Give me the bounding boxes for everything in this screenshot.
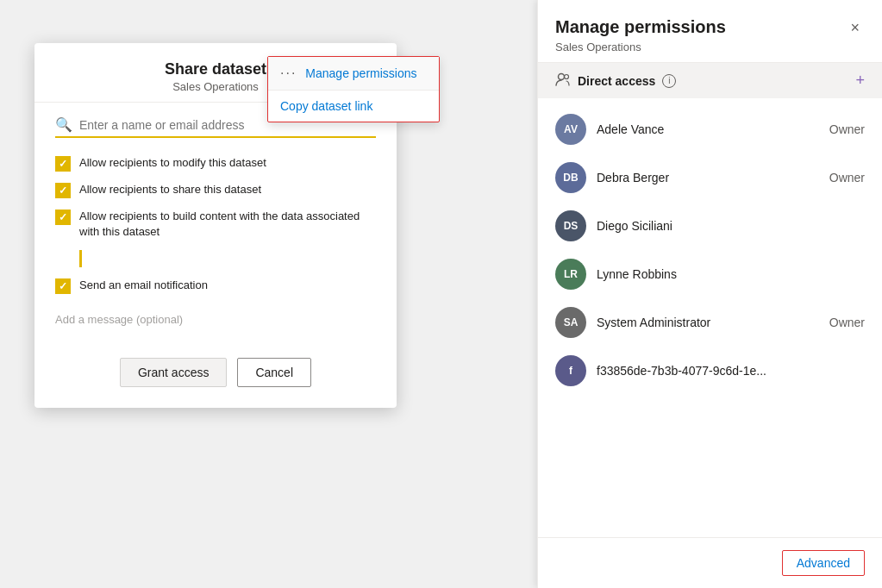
user-role: Owner — [829, 316, 865, 329]
user-role: Owner — [829, 171, 865, 185]
checkbox-row-2: Allow recipients to share this dataset — [55, 182, 376, 198]
table-row: DS Diego Siciliani — [538, 202, 882, 250]
grant-access-button[interactable]: Grant access — [120, 358, 227, 387]
checkbox-row-4: Send an email notification — [55, 278, 376, 294]
message-placeholder: Add a message (optional) — [55, 313, 183, 326]
message-area: Add a message (optional) — [55, 304, 376, 334]
info-icon[interactable]: i — [662, 74, 676, 88]
share-dialog-body: 🔍 Allow recipients to modify this datase… — [34, 103, 397, 408]
avatar: AV — [555, 114, 586, 145]
user-role: Owner — [829, 122, 865, 136]
avatar: LR — [555, 259, 586, 290]
context-menu: ··· Manage permissions Copy dataset link — [267, 56, 440, 122]
avatar: DS — [555, 210, 586, 241]
checkbox-1[interactable] — [55, 156, 71, 172]
add-user-icon[interactable]: + — [855, 72, 865, 90]
user-name: Adele Vance — [597, 122, 829, 136]
table-row: LR Lynne Robbins — [538, 250, 882, 298]
manage-permissions-label[interactable]: Manage permissions — [305, 66, 416, 80]
avatar: f — [555, 355, 586, 386]
advanced-button[interactable]: Advanced — [782, 550, 865, 576]
manage-panel-title: Manage permissions — [555, 17, 726, 37]
users-list: AV Adele Vance Owner DB Debra Berger Own… — [538, 98, 882, 537]
user-name: Diego Siciliani — [597, 219, 865, 233]
user-name: Debra Berger — [597, 171, 829, 185]
context-menu-trigger: ··· Manage permissions — [268, 57, 439, 91]
screen: Share dataset Sales Operations 🔍 Allow r… — [0, 0, 882, 588]
svg-point-0 — [559, 73, 565, 79]
checkbox-label-4: Send an email notification — [79, 278, 208, 293]
user-name: System Administrator — [597, 316, 829, 329]
avatar: SA — [555, 307, 586, 338]
direct-access-icon — [555, 72, 571, 90]
close-button[interactable]: × — [845, 17, 865, 39]
checkbox-2[interactable] — [55, 183, 71, 198]
copy-dataset-link-item[interactable]: Copy dataset link — [268, 91, 439, 122]
table-row: f f33856de-7b3b-4077-9c6d-1e... — [538, 347, 882, 395]
search-icon: 🔍 — [55, 116, 72, 133]
manage-panel-subtitle: Sales Operations — [555, 41, 726, 53]
user-name: f33856de-7b3b-4077-9c6d-1e... — [597, 364, 865, 378]
manage-panel-header: Manage permissions Sales Operations × — [538, 0, 882, 63]
vertical-bar — [79, 250, 82, 267]
table-row: AV Adele Vance Owner — [538, 105, 882, 153]
user-name: Lynne Robbins — [597, 267, 865, 281]
cancel-button[interactable]: Cancel — [237, 358, 311, 387]
dots-icon: ··· — [280, 66, 297, 81]
manage-panel: Manage permissions Sales Operations × Di… — [537, 0, 882, 588]
direct-access-label: Direct access — [578, 74, 655, 88]
checkbox-label-3: Allow recipients to build content with t… — [79, 209, 376, 240]
avatar: DB — [555, 162, 586, 193]
table-row: SA System Administrator Owner — [538, 298, 882, 347]
checkbox-label-1: Allow recipients to modify this dataset — [79, 155, 266, 171]
checkbox-row-1: Allow recipients to modify this dataset — [55, 155, 376, 172]
manage-panel-footer: Advanced — [538, 537, 882, 588]
checkbox-4[interactable] — [55, 278, 71, 294]
table-row: DB Debra Berger Owner — [538, 153, 882, 202]
manage-panel-header-text: Manage permissions Sales Operations — [555, 17, 726, 53]
direct-access-bar: Direct access i + — [538, 63, 882, 98]
checkbox-row-3: Allow recipients to build content with t… — [55, 209, 376, 240]
checkbox-3[interactable] — [55, 210, 71, 225]
dialog-footer: Grant access Cancel — [55, 351, 376, 387]
checkbox-label-2: Allow recipients to share this dataset — [79, 182, 261, 197]
direct-access-left: Direct access i — [555, 72, 676, 90]
